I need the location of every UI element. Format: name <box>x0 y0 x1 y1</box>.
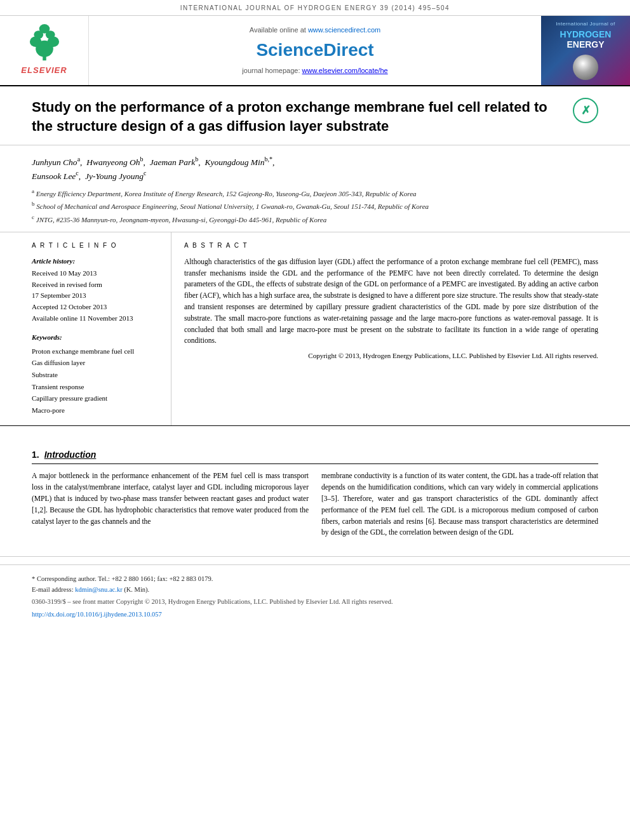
footer-rule <box>0 556 630 557</box>
keywords-section: Keywords: Proton exchange membrane fuel … <box>32 333 162 417</box>
crossmark-icon: ✗ <box>573 98 598 123</box>
sciencedirect-brand: ScienceDirect <box>256 37 373 62</box>
section-header-introduction: 1. Introduction <box>32 449 598 465</box>
journal-header-text: INTERNATIONAL JOURNAL OF HYDROGEN ENERGY… <box>180 4 450 11</box>
abstract-text: Although characteristics of the gas diff… <box>184 257 598 347</box>
history-label: Article history: <box>32 257 162 266</box>
affil-a: a Energy Efficiency Department, Korea In… <box>32 187 598 199</box>
science-text: Science <box>256 40 323 60</box>
elsevier-wordmark: ELSEVIER <box>21 65 67 76</box>
intro-left-col: A major bottleneck in the performance en… <box>32 470 309 543</box>
article-footer: * Corresponding author. Tel.: +82 2 880 … <box>0 564 630 624</box>
journal-header: INTERNATIONAL JOURNAL OF HYDROGEN ENERGY… <box>0 0 630 16</box>
keyword-6: Macro-pore <box>32 404 162 417</box>
article-title: Study on the performance of a proton exc… <box>32 98 598 135</box>
elsevier-tree-icon <box>22 24 67 62</box>
keyword-1: Proton exchange membrane fuel cell <box>32 345 162 357</box>
sciencedirect-url[interactable]: www.sciencedirect.com <box>308 26 380 34</box>
author-3: Jaeman Park <box>150 157 196 166</box>
intro-right-col: membrane conductivity is a function of i… <box>321 470 598 543</box>
journal-homepage: journal homepage: www.elsevier.com/locat… <box>242 66 387 76</box>
available-online-text: Available online at www.sciencedirect.co… <box>250 25 380 35</box>
cover-title-main: HYDROGEN ENERGY <box>560 30 612 50</box>
top-banner: ELSEVIER Available online at www.science… <box>0 16 630 86</box>
affil-b: b School of Mechanical and Aerospace Eng… <box>32 199 598 212</box>
cover-title-small: International Journal of <box>556 21 615 27</box>
intro-left-paragraph: A major bottleneck in the performance en… <box>32 470 309 527</box>
introduction-section: 1. Introduction A major bottleneck in th… <box>0 437 630 543</box>
doi-line: http://dx.doi.org/10.1016/j.ijhydene.201… <box>32 610 598 620</box>
authors-line: Junhyun Choa, Hwanyeong Ohb, Jaeman Park… <box>32 154 598 183</box>
keywords-label: Keywords: <box>32 333 162 342</box>
author-5: Eunsook Lee <box>32 171 76 181</box>
email-address[interactable]: kdmin@snu.ac.kr <box>75 586 122 593</box>
email-person: (K. Min). <box>124 586 149 593</box>
history-accepted: Accepted 12 October 2013 <box>32 302 162 313</box>
history-received: Received 10 May 2013 <box>32 268 162 279</box>
doi-link[interactable]: http://dx.doi.org/10.1016/j.ijhydene.201… <box>32 611 162 618</box>
intro-right-paragraph: membrane conductivity is a function of i… <box>321 470 598 538</box>
corresponding-author-note: * Corresponding author. Tel.: +82 2 880 … <box>32 574 598 585</box>
history-available: Available online 11 November 2013 <box>32 313 162 324</box>
author-6: Jy-Young Jyoung <box>85 171 144 181</box>
article-info-heading: A R T I C L E I N F O <box>32 241 162 250</box>
article-title-section: Study on the performance of a proton exc… <box>0 86 630 145</box>
issn-line: 0360-3199/$ – see front matter Copyright… <box>32 597 598 608</box>
copyright-line: Copyright © 2013, Hydrogen Energy Public… <box>184 350 598 361</box>
affil-c: c JNTG, #235-36 Mannyun-ro, Jeongnam-mye… <box>32 213 598 225</box>
article-history: Article history: Received 10 May 2013 Re… <box>32 257 162 324</box>
keyword-3: Substrate <box>32 369 162 381</box>
direct-text: Direct <box>323 40 373 60</box>
article-info-col: A R T I C L E I N F O Article history: R… <box>32 232 171 425</box>
author-4: Kyoungdoug Min <box>204 157 264 166</box>
author-2: Hwanyeong Oh <box>86 157 140 166</box>
keyword-2: Gas diffusion layer <box>32 357 162 369</box>
affiliations: a Energy Efficiency Department, Korea In… <box>32 187 598 225</box>
keyword-5: Capillary pressure gradient <box>32 392 162 404</box>
cover-decorative-image <box>573 55 598 80</box>
keyword-4: Transient response <box>32 381 162 393</box>
abstract-heading: A B S T R A C T <box>184 241 598 250</box>
elsevier-logo-box: ELSEVIER <box>0 16 89 85</box>
abstract-col: A B S T R A C T Although characteristics… <box>184 232 598 425</box>
email-line: E-mail address: kdmin@snu.ac.kr (K. Min)… <box>32 585 598 596</box>
introduction-text-columns: A major bottleneck in the performance en… <box>32 470 598 543</box>
history-revised-date: 17 September 2013 <box>32 290 162 302</box>
author-1: Junhyun Cho <box>32 157 77 166</box>
history-revised-label: Received in revised form <box>32 279 162 291</box>
journal-cover-thumbnail: International Journal of HYDROGEN ENERGY <box>541 16 630 85</box>
journal-homepage-url[interactable]: www.elsevier.com/locate/he <box>302 67 388 74</box>
email-label: E-mail address: <box>32 586 74 593</box>
svg-point-6 <box>39 24 50 34</box>
sciencedirect-box: Available online at www.sciencedirect.co… <box>89 16 541 85</box>
article-info-abstract-section: A R T I C L E I N F O Article history: R… <box>0 232 630 426</box>
section-title-introduction: Introduction <box>44 449 97 462</box>
authors-section: Junhyun Choa, Hwanyeong Ohb, Jaeman Park… <box>0 145 630 232</box>
section-number: 1. <box>32 449 39 462</box>
